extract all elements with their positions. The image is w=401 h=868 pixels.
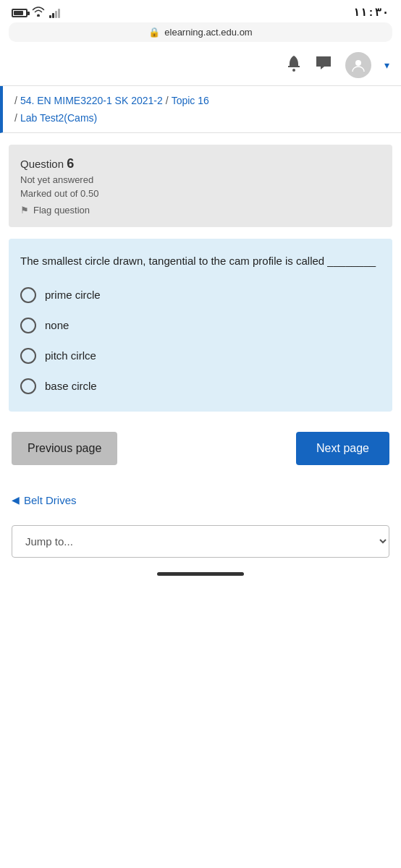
svg-point-0 bbox=[292, 69, 295, 72]
top-nav: ▾ bbox=[0, 48, 401, 86]
option-none-label: none bbox=[45, 319, 69, 331]
option-prime-circle[interactable]: prime circle bbox=[20, 287, 381, 303]
battery-icon bbox=[12, 9, 28, 17]
option-base-circle[interactable]: base circle bbox=[20, 378, 381, 394]
option-pitch-circle-label: pitch cirlce bbox=[45, 349, 96, 362]
belt-drives-section: ◀ Belt Drives bbox=[0, 488, 401, 525]
jump-to-container: Jump to... bbox=[12, 525, 389, 558]
answer-area: The smallest circle drawn, tangential to… bbox=[9, 239, 392, 412]
belt-drives-label: Belt Drives bbox=[24, 494, 77, 506]
home-indicator bbox=[157, 572, 244, 576]
breadcrumb-link-labtest[interactable]: Lab Test2(Cams) bbox=[20, 112, 97, 124]
question-card: Question 6 Not yet answered Marked out o… bbox=[9, 145, 392, 227]
breadcrumb-row2: / Lab Test2(Cams) bbox=[0, 109, 401, 133]
option-list: prime circle none pitch cirlce base circ… bbox=[20, 287, 381, 394]
breadcrumb-sep1: / bbox=[14, 95, 17, 106]
chevron-left-icon: ◀ bbox=[12, 494, 20, 506]
radio-none[interactable] bbox=[20, 318, 36, 333]
avatar[interactable] bbox=[345, 52, 371, 78]
jump-to-select[interactable]: Jump to... bbox=[12, 525, 389, 558]
option-prime-circle-label: prime circle bbox=[45, 289, 101, 301]
lock-icon: 🔒 bbox=[148, 27, 160, 38]
radio-pitch-circle[interactable] bbox=[20, 348, 36, 364]
flag-question-button[interactable]: ⚑ Flag question bbox=[20, 205, 381, 216]
breadcrumb-link-topic[interactable]: Topic 16 bbox=[172, 95, 209, 106]
question-text: The smallest circle drawn, tangential to… bbox=[20, 253, 381, 270]
option-base-circle-label: base circle bbox=[45, 380, 97, 392]
status-icons bbox=[12, 7, 60, 19]
url-bar: 🔒 elearning.act.edu.om bbox=[9, 22, 392, 42]
option-none[interactable]: none bbox=[20, 318, 381, 333]
nav-buttons: Previous page Next page bbox=[0, 423, 401, 474]
breadcrumb-sep3: / bbox=[14, 112, 17, 124]
dropdown-arrow-icon[interactable]: ▾ bbox=[384, 59, 389, 71]
svg-point-1 bbox=[355, 60, 361, 66]
question-status: Not yet answered bbox=[20, 174, 381, 185]
breadcrumb-row1: / 54. EN MIME3220-1 SK 2021-2 / Topic 16 bbox=[0, 86, 401, 109]
chat-icon[interactable] bbox=[315, 55, 332, 75]
wifi-icon bbox=[32, 7, 45, 19]
next-page-button[interactable]: Next page bbox=[296, 432, 389, 465]
flag-question-label: Flag question bbox=[33, 205, 90, 216]
bottom-bar bbox=[0, 558, 401, 582]
previous-page-button[interactable]: Previous page bbox=[12, 432, 117, 465]
flag-icon: ⚑ bbox=[20, 205, 29, 216]
radio-prime-circle[interactable] bbox=[20, 287, 36, 303]
breadcrumb-sep2: / bbox=[166, 95, 169, 106]
radio-base-circle[interactable] bbox=[20, 378, 36, 394]
bell-icon[interactable] bbox=[286, 54, 302, 76]
breadcrumb-link-course[interactable]: 54. EN MIME3220-1 SK 2021-2 bbox=[20, 95, 163, 106]
belt-drives-link[interactable]: ◀ Belt Drives bbox=[12, 494, 389, 506]
option-pitch-circle[interactable]: pitch cirlce bbox=[20, 348, 381, 364]
question-marked: Marked out of 0.50 bbox=[20, 188, 381, 199]
status-time: ١١:٣٠ bbox=[353, 6, 389, 20]
status-bar: ١١:٣٠ bbox=[0, 0, 401, 22]
signal-bars-icon bbox=[49, 8, 60, 18]
question-label: Question 6 bbox=[20, 156, 381, 171]
url-text: elearning.act.edu.om bbox=[164, 27, 252, 38]
